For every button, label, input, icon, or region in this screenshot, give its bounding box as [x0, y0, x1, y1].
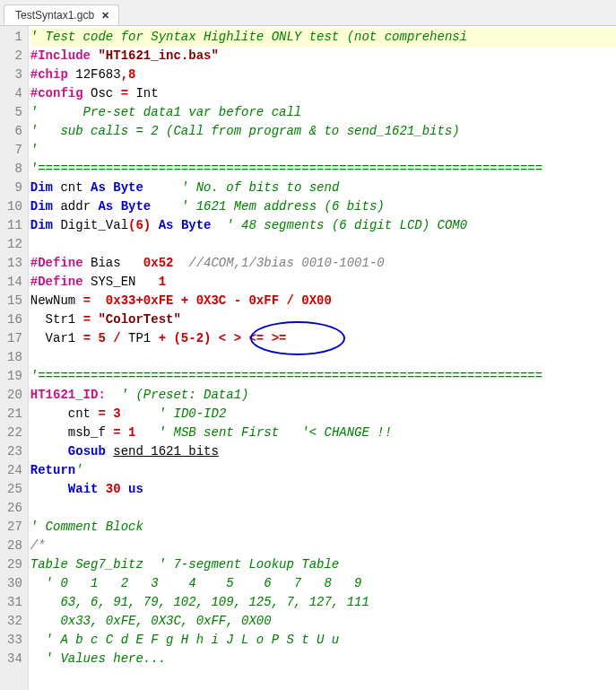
line-number: 28	[7, 537, 22, 555]
code-line[interactable]: 63, 6, 91, 79, 102, 109, 125, 7, 127, 11…	[30, 593, 616, 612]
line-number: 5	[7, 103, 22, 122]
line-number: 24	[7, 461, 22, 480]
code-line[interactable]: ' Values here...	[30, 650, 616, 668]
code-area[interactable]: ' Test code for Syntax Highlite ONLY tes…	[29, 26, 616, 690]
line-number: 15	[7, 292, 22, 310]
code-line[interactable]: /*	[30, 537, 616, 555]
code-line[interactable]: Wait 30 us	[30, 480, 616, 499]
line-number: 16	[7, 310, 22, 329]
line-number: 11	[7, 216, 22, 235]
line-number: 26	[7, 499, 22, 518]
tab-filename: TestSyntax1.gcb	[15, 9, 94, 22]
code-line[interactable]	[30, 499, 616, 518]
code-line[interactable]: HT1621_ID: ' (Preset: Data1)	[30, 386, 616, 405]
code-line[interactable]: Dim Digit_Val(6) As Byte ' 48 segments (…	[30, 216, 616, 235]
code-line[interactable]	[30, 348, 616, 367]
code-line[interactable]: '=======================================…	[30, 367, 616, 386]
code-line[interactable]: Var1 = 5 / TP1 + (5-2) < > <= >=	[30, 329, 616, 348]
line-number: 29	[7, 555, 22, 574]
line-number: 17	[7, 329, 22, 348]
line-number: 18	[7, 348, 22, 367]
line-number: 10	[7, 197, 22, 216]
code-line[interactable]: Str1 = "ColorTest"	[30, 310, 616, 329]
code-line[interactable]: #Define SYS_EN 1	[30, 273, 616, 292]
code-line[interactable]: 0x33, 0xFE, 0X3C, 0xFF, 0X00	[30, 612, 616, 631]
line-number: 23	[7, 442, 22, 461]
line-number: 32	[7, 612, 22, 631]
code-line[interactable]: ' sub calls = 2 (Call from program & to …	[30, 122, 616, 141]
code-line[interactable]: Dim addr As Byte ' 1621 Mem address (6 b…	[30, 197, 616, 216]
code-line[interactable]: #Define Bias 0x52 //4COM,1/3bias 0010-10…	[30, 254, 616, 273]
tab-bar: TestSyntax1.gcb ✕	[0, 0, 616, 26]
code-line[interactable]	[30, 235, 616, 254]
line-number: 4	[7, 84, 22, 103]
line-number: 1	[7, 28, 22, 47]
line-number: 3	[7, 66, 22, 84]
line-number: 31	[7, 593, 22, 612]
line-number: 30	[7, 574, 22, 593]
code-line[interactable]: #chip 12F683,8	[30, 66, 616, 84]
code-line[interactable]: Table Seg7_bitz ' 7-segment Lookup Table	[30, 555, 616, 574]
line-number: 25	[7, 480, 22, 499]
code-line[interactable]: ' Comment Block	[30, 518, 616, 537]
line-number: 20	[7, 386, 22, 405]
code-line[interactable]: ' Test code for Syntax Highlite ONLY tes…	[30, 28, 616, 47]
line-number: 9	[7, 179, 22, 197]
line-number: 14	[7, 273, 22, 292]
line-number: 12	[7, 235, 22, 254]
line-number: 7	[7, 141, 22, 160]
line-number: 6	[7, 122, 22, 141]
code-line[interactable]: cnt = 3 ' ID0-ID2	[30, 405, 616, 424]
code-line[interactable]: #config Osc = Int	[30, 84, 616, 103]
code-line[interactable]: Gosub send_1621_bits	[30, 442, 616, 461]
file-tab[interactable]: TestSyntax1.gcb ✕	[4, 4, 119, 25]
code-line[interactable]: NewNum = 0x33+0xFE + 0X3C - 0xFF / 0X00	[30, 292, 616, 310]
code-line[interactable]: msb_f = 1 ' MSB sent First '< CHANGE !!	[30, 424, 616, 442]
code-line[interactable]: ' 0 1 2 3 4 5 6 7 8 9	[30, 574, 616, 593]
code-line[interactable]: '=======================================…	[30, 160, 616, 179]
line-number: 21	[7, 405, 22, 424]
line-number: 27	[7, 518, 22, 537]
line-number: 19	[7, 367, 22, 386]
code-line[interactable]: ' Pre-set data1 var before call	[30, 103, 616, 122]
line-gutter: 1234567891011121314151617181920212223242…	[0, 26, 29, 690]
close-icon[interactable]: ✕	[100, 10, 111, 22]
line-number: 2	[7, 47, 22, 66]
line-number: 33	[7, 631, 22, 650]
line-number: 8	[7, 160, 22, 179]
code-line[interactable]: Dim cnt As Byte ' No. of bits to send	[30, 179, 616, 197]
line-number: 22	[7, 424, 22, 442]
code-line[interactable]: Return'	[30, 461, 616, 480]
editor: 1234567891011121314151617181920212223242…	[0, 26, 616, 690]
line-number: 34	[7, 650, 22, 668]
code-line[interactable]: ' A b c C d E F g H h i J L o P S t U u	[30, 631, 616, 650]
code-line[interactable]: #Include "HT1621_inc.bas"	[30, 47, 616, 66]
code-line[interactable]: '	[30, 141, 616, 160]
line-number: 13	[7, 254, 22, 273]
